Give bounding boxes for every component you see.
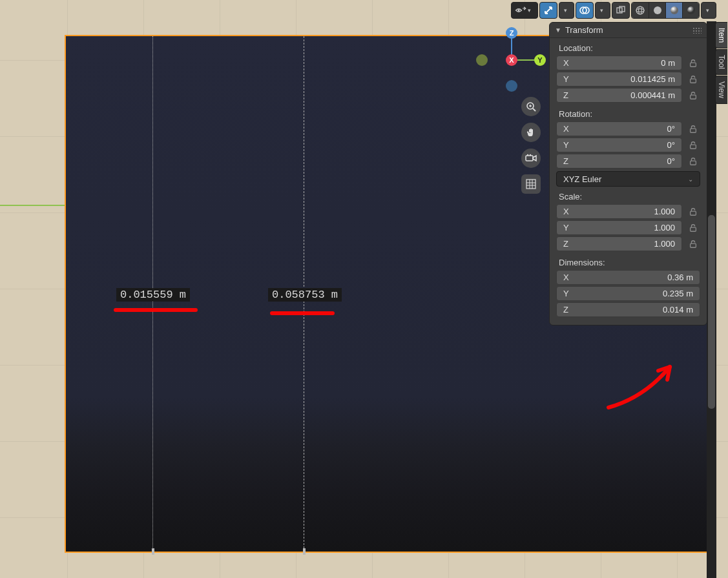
shading-dropdown[interactable]: ▾ <box>701 2 716 19</box>
gizmo-neg-z-ball[interactable] <box>506 80 517 92</box>
svg-point-0 <box>518 10 520 12</box>
chevron-down-icon: ▾ <box>600 7 607 14</box>
edge-measure-1: 0.015559 m <box>116 288 190 302</box>
perspective-grid-button[interactable] <box>521 174 541 194</box>
rotation-order-dropdown[interactable]: XYZ Euler ⌄ <box>556 171 700 187</box>
edge-mark <box>152 548 154 555</box>
location-x-lock[interactable] <box>686 56 700 70</box>
axis-line-y <box>0 205 66 206</box>
camera-button[interactable] <box>521 149 541 168</box>
svg-rect-14 <box>691 129 696 132</box>
location-z-field[interactable]: Z0.000441 m <box>556 88 682 103</box>
svg-point-10 <box>687 6 695 14</box>
location-y-field[interactable]: Y0.011425 m <box>556 72 682 87</box>
solid-sphere-icon <box>652 5 663 15</box>
rotation-z-lock[interactable] <box>686 154 700 169</box>
svg-point-6 <box>636 9 644 12</box>
rotation-label: Rotation: <box>550 104 707 121</box>
viewport-nav-buttons <box>521 97 541 194</box>
scale-y-lock[interactable] <box>686 220 700 235</box>
svg-rect-15 <box>691 145 696 149</box>
shading-solid[interactable] <box>649 3 665 18</box>
transform-title: Transform <box>565 25 603 35</box>
gizmo-dropdown[interactable]: ▾ <box>559 2 574 19</box>
gizmo-arrows-icon <box>543 5 554 15</box>
disclosure-triangle-icon: ▼ <box>555 26 561 34</box>
overlays-toggle-button[interactable] <box>576 2 594 19</box>
transform-panel-header[interactable]: ▼ Transform <box>550 23 707 38</box>
location-x-field[interactable]: X0 m <box>556 56 682 70</box>
unlock-icon <box>689 157 698 166</box>
location-y-lock[interactable] <box>686 72 700 87</box>
unlock-icon <box>689 223 698 232</box>
overlays-dropdown[interactable]: ▾ <box>595 2 610 19</box>
scale-x-field[interactable]: X1.000 <box>556 204 682 219</box>
location-label: Location: <box>550 38 707 56</box>
zoom-button[interactable] <box>521 97 541 116</box>
scale-z-lock[interactable] <box>686 236 700 251</box>
rotation-order-value: XYZ Euler <box>563 174 601 184</box>
location-z-lock[interactable] <box>686 88 700 103</box>
shading-mode-segment <box>631 2 700 19</box>
chevron-down-icon: ⌄ <box>688 176 693 183</box>
wireframe-sphere-icon <box>635 5 645 15</box>
rotation-y-lock[interactable] <box>686 138 700 152</box>
overlays-icon <box>579 5 590 15</box>
svg-rect-17 <box>691 211 696 215</box>
header-toolbar: ▾ ▾ ▾ ▾ <box>511 1 716 19</box>
gizmo-z-ball[interactable]: Z <box>506 27 517 39</box>
rotation-y-field[interactable]: Y0° <box>556 138 682 152</box>
rotation-x-lock[interactable] <box>686 121 700 136</box>
chevron-down-icon: ▾ <box>706 7 712 14</box>
scale-z-field[interactable]: Z1.000 <box>556 236 682 251</box>
dimensions-y-field[interactable]: Y0.235 m <box>556 286 700 301</box>
viewport-scrollbar[interactable] <box>707 21 716 578</box>
edge-measure-2: 0.058753 m <box>268 288 342 302</box>
unlock-icon <box>689 240 698 249</box>
dimensions-x-field[interactable]: X0.36 m <box>556 270 700 285</box>
n-panel-tabs: Item Tool View <box>715 22 728 105</box>
dimensions-label: Dimensions: <box>550 253 707 270</box>
rotation-x-field[interactable]: X0° <box>556 121 682 136</box>
pan-button[interactable] <box>521 123 541 142</box>
svg-line-21 <box>533 108 536 111</box>
xray-icon <box>616 5 626 15</box>
scale-y-field[interactable]: Y1.000 <box>556 220 682 235</box>
svg-rect-19 <box>691 243 696 247</box>
gizmo-neg-y-ball[interactable] <box>476 54 488 66</box>
shading-wireframe[interactable] <box>632 3 649 18</box>
gizmo-x-ball[interactable]: X <box>506 54 517 66</box>
select-visibility-button[interactable]: ▾ <box>511 2 538 19</box>
annotation-underline-1 <box>114 308 198 312</box>
tab-view[interactable]: View <box>715 76 727 104</box>
drag-grip-icon[interactable] <box>692 27 702 34</box>
xray-toggle-button[interactable] <box>612 2 630 19</box>
rotation-z-field[interactable]: Z0° <box>556 154 682 169</box>
gizmo-y-ball[interactable]: Y <box>534 54 546 66</box>
orientation-gizmo[interactable]: Z X Y <box>483 31 541 89</box>
tab-tool[interactable]: Tool <box>715 49 727 75</box>
tab-item[interactable]: Item <box>715 22 727 48</box>
gizmo-toggle-button[interactable] <box>539 2 557 19</box>
hand-icon <box>526 127 536 138</box>
edge-mark <box>303 548 306 555</box>
transform-panel: ▼ Transform Location: X0 m Y0.011425 m Z… <box>549 22 707 325</box>
svg-rect-18 <box>691 227 696 231</box>
svg-rect-13 <box>691 95 696 99</box>
dimensions-z-field[interactable]: Z0.014 m <box>556 302 700 317</box>
svg-rect-24 <box>526 156 533 161</box>
annotation-underline-2 <box>270 311 335 315</box>
unlock-icon <box>689 141 698 150</box>
scroll-thumb[interactable] <box>708 215 715 409</box>
magnify-plus-icon <box>526 101 536 112</box>
unlock-icon <box>689 75 698 84</box>
chevron-down-icon: ▾ <box>564 7 570 14</box>
shading-material[interactable] <box>665 3 682 18</box>
shading-rendered[interactable] <box>682 3 699 18</box>
grid-icon <box>526 179 536 189</box>
svg-rect-27 <box>526 180 536 189</box>
svg-rect-11 <box>691 63 696 67</box>
scale-x-lock[interactable] <box>686 204 700 219</box>
svg-point-26 <box>530 154 531 156</box>
svg-point-9 <box>671 6 678 14</box>
